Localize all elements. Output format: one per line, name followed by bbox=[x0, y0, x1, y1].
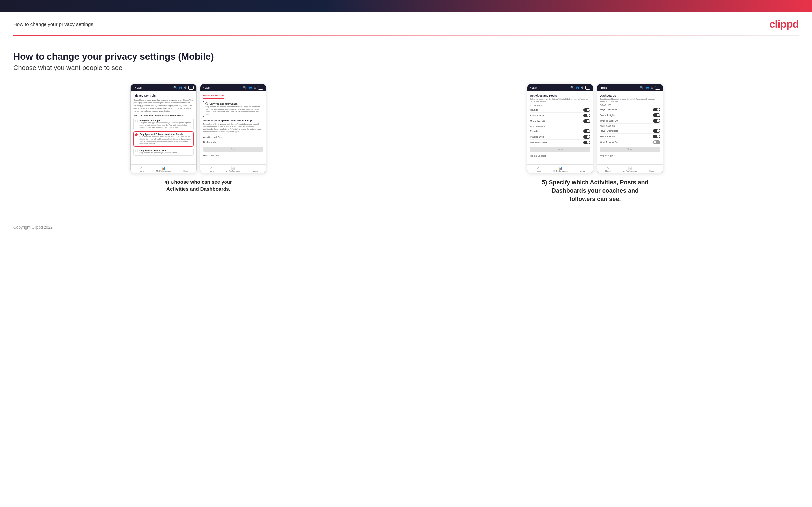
phone4-save-btn[interactable]: Save bbox=[600, 147, 660, 152]
dots-menu-4[interactable]: ⋮ bbox=[655, 86, 660, 90]
radio-dot-coach bbox=[135, 150, 138, 152]
search-icon-2[interactable]: 🔍 bbox=[243, 86, 247, 89]
performance-icon-4: 📊 bbox=[628, 166, 632, 170]
chevron-right-icon-2: › bbox=[263, 141, 264, 144]
followers-rounds: Rounds bbox=[530, 128, 591, 134]
phone3-topbar: ‹Back 🔍 👥 ⚙ ⋮ bbox=[527, 84, 593, 91]
phone1-nav-performance[interactable]: 📊 My Performance bbox=[152, 166, 174, 172]
followers-label-3: FOLLOWERS bbox=[530, 125, 591, 128]
settings-icon-4[interactable]: ⚙ bbox=[651, 86, 653, 89]
phone1-section-title: Privacy Controls bbox=[133, 94, 194, 97]
phone1-back[interactable]: ‹< Back bbox=[133, 86, 142, 89]
phone3-nav-menu[interactable]: ☰ Menu bbox=[571, 166, 593, 172]
toggle-coaches-work[interactable] bbox=[653, 119, 660, 123]
phone3-help: Help & Support bbox=[530, 153, 591, 158]
phone2-nav-performance[interactable]: 📊 My Performance bbox=[222, 166, 244, 172]
followers-what-to-work: What To Work On bbox=[600, 139, 660, 145]
settings-icon-2[interactable]: ⚙ bbox=[254, 86, 256, 89]
phone2-nav-home[interactable]: ⌂ Home bbox=[200, 166, 222, 172]
followers-drills: Practice Drills bbox=[530, 134, 591, 140]
coaches-round-insights: Round Insights bbox=[600, 112, 660, 118]
settings-icon-3[interactable]: ⚙ bbox=[581, 86, 583, 89]
home-icon-2: ⌂ bbox=[210, 166, 212, 170]
performance-icon-2: 📊 bbox=[231, 166, 235, 170]
phone2-save-btn[interactable]: Save bbox=[203, 147, 263, 152]
dashboards-row[interactable]: Dashboards › bbox=[203, 140, 263, 145]
radio-approved-desc: Only approved followers and coaches you … bbox=[140, 135, 192, 145]
followers-manual: Manual Activities bbox=[530, 140, 591, 145]
people-icon[interactable]: 👥 bbox=[179, 86, 182, 89]
toggle-followers-work[interactable] bbox=[653, 140, 660, 144]
dots-menu-3[interactable]: ⋮ bbox=[585, 86, 591, 90]
coaches-what-to-work: What To Work On bbox=[600, 118, 660, 124]
radio-approved-title: Only Approved Followers and Your Coach bbox=[140, 133, 192, 135]
phone1-nav-menu[interactable]: ☰ Menu bbox=[174, 166, 196, 172]
phone4-nav-menu[interactable]: ☰ Menu bbox=[641, 166, 663, 172]
header: How to change your privacy settings clip… bbox=[0, 12, 812, 35]
radio-coach-only[interactable]: Only You and Your Coach Only you and the… bbox=[133, 148, 194, 156]
phone2-help: Help & Support bbox=[203, 153, 263, 158]
performance-icon-3: 📊 bbox=[558, 166, 562, 170]
caption-4: 4) Choose who can see your Activities an… bbox=[162, 178, 235, 192]
mockups-row: ‹< Back 🔍 👥 ⚙ ⋮ Privacy Controls Control… bbox=[13, 83, 799, 204]
mockup-group-3-4: ‹Back 🔍 👥 ⚙ ⋮ Activities and Posts Selec… bbox=[392, 83, 799, 204]
radio-everyone-title: Everyone on Clippd bbox=[140, 119, 192, 122]
toggle-followers-insights[interactable] bbox=[653, 135, 660, 138]
phone4-help: Help & Support bbox=[600, 153, 660, 158]
toggle-coaches-insights[interactable] bbox=[653, 113, 660, 117]
people-icon-3[interactable]: 👥 bbox=[575, 86, 579, 89]
phone3-nav-home[interactable]: ⌂ Home bbox=[527, 166, 549, 172]
toggle-coaches-drills[interactable] bbox=[583, 114, 591, 117]
people-icon-4[interactable]: 👥 bbox=[645, 86, 649, 89]
toggle-followers-manual[interactable] bbox=[583, 141, 591, 144]
phone2-back[interactable]: ‹Back bbox=[203, 86, 210, 89]
phone4-nav-performance[interactable]: 📊 My Performance bbox=[619, 166, 641, 172]
menu-icon-2: ☰ bbox=[254, 166, 257, 170]
phone3-nav-performance[interactable]: 📊 My Performance bbox=[549, 166, 571, 172]
phone3-back[interactable]: ‹Back bbox=[530, 86, 537, 89]
toggle-followers-drills[interactable] bbox=[583, 135, 591, 139]
toggle-followers-player[interactable] bbox=[653, 129, 660, 133]
settings-icon[interactable]: ⚙ bbox=[184, 86, 187, 89]
phone4-content: Dashboards Select the dashboards that yo… bbox=[597, 91, 663, 164]
radio-approved[interactable]: Only Approved Followers and Your Coach O… bbox=[133, 131, 194, 147]
breadcrumb: How to change your privacy settings bbox=[13, 21, 93, 27]
phone4-back[interactable]: ‹Back bbox=[600, 86, 607, 89]
page-title: How to change your privacy settings (Mob… bbox=[13, 51, 799, 62]
toggle-coaches-rounds[interactable] bbox=[583, 108, 591, 112]
chevron-right-icon: › bbox=[263, 136, 264, 139]
radio-coach-title: Only You and Your Coach bbox=[140, 149, 177, 152]
phone3-save-btn[interactable]: Save bbox=[530, 147, 591, 152]
dots-menu-2[interactable]: ⋮ bbox=[258, 86, 263, 90]
dots-menu[interactable]: ⋮ bbox=[188, 86, 194, 90]
search-icon-3[interactable]: 🔍 bbox=[570, 86, 574, 89]
caption-5: 5) Specify which Activities, Posts and D… bbox=[539, 178, 652, 204]
coaches-drills: Practice Drills bbox=[530, 113, 591, 118]
radio-dot-coach-box bbox=[205, 102, 208, 105]
phone4-nav-home[interactable]: ⌂ Home bbox=[597, 166, 619, 172]
activities-title: Activities and Posts bbox=[530, 94, 591, 97]
coaches-manual: Manual Activities bbox=[530, 118, 591, 124]
toggle-followers-rounds[interactable] bbox=[583, 129, 591, 133]
phone1-nav-home[interactable]: ⌂ Home bbox=[131, 166, 152, 172]
search-icon-4[interactable]: 🔍 bbox=[640, 86, 644, 89]
activities-posts-row[interactable]: Activities and Posts › bbox=[203, 135, 263, 140]
toggle-coaches-manual[interactable] bbox=[583, 119, 591, 123]
search-icon[interactable]: 🔍 bbox=[173, 86, 177, 89]
phone2-content: Privacy Controls Only You and Your Coach… bbox=[200, 91, 266, 164]
radio-everyone[interactable]: Everyone on Clippd Everyone on Clippd ca… bbox=[133, 118, 194, 130]
phone2-nav-menu[interactable]: ☰ Menu bbox=[244, 166, 266, 172]
people-icon-2[interactable]: 👥 bbox=[248, 86, 252, 89]
phone2-active-tab[interactable]: Privacy Controls bbox=[203, 94, 224, 99]
footer: Copyright Clippd 2022 bbox=[0, 217, 812, 238]
phone-mockup-4: ‹Back 🔍 👥 ⚙ ⋮ Dashboards Select the dash… bbox=[597, 83, 663, 173]
toggle-coaches-player[interactable] bbox=[653, 108, 660, 111]
radio-coach-desc: Only you and the coaches you connect wit… bbox=[140, 152, 177, 154]
menu-icon: ☰ bbox=[184, 166, 187, 170]
phone4-bottomnav: ⌂ Home 📊 My Performance ☰ Menu bbox=[597, 164, 663, 173]
radio-everyone-desc: Everyone on Clippd can search for you an… bbox=[140, 122, 192, 129]
page-subtitle: Choose what you want people to see bbox=[13, 64, 799, 72]
activities-desc: Select the types of activity that you'd … bbox=[530, 98, 591, 103]
coaches-label-3: COACHES bbox=[530, 104, 591, 107]
followers-label-4: FOLLOWERS bbox=[600, 125, 660, 127]
